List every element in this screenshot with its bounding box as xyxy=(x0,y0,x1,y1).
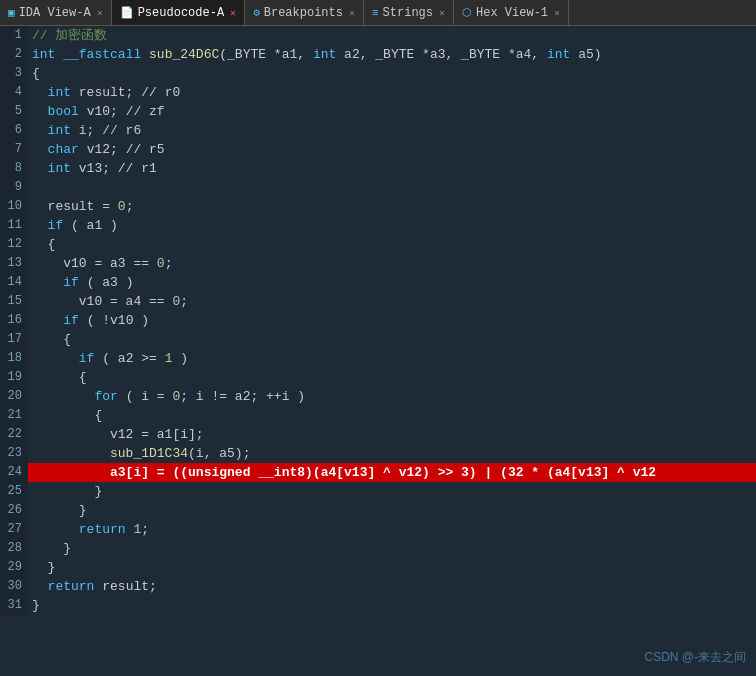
code-line-content: bool v10; // zf xyxy=(28,102,165,121)
code-row: 21 { xyxy=(0,406,756,425)
code-row: 16 if ( !v10 ) xyxy=(0,311,756,330)
code-row: 3{ xyxy=(0,64,756,83)
tab-pseudo-label: Pseudocode-A xyxy=(138,6,224,20)
code-line-content: { xyxy=(28,406,102,425)
line-number: 8 xyxy=(0,159,28,178)
code-line-content: int i; // r6 xyxy=(28,121,141,140)
code-line-content: v10 = a3 == 0; xyxy=(28,254,172,273)
code-row: 29 } xyxy=(0,558,756,577)
code-row: 30 return result; xyxy=(0,577,756,596)
tab-bar: ▣ IDA View-A ✕ 📄 Pseudocode-A ✕ ⚙ Breakp… xyxy=(0,0,756,26)
code-row: 18 if ( a2 >= 1 ) xyxy=(0,349,756,368)
tab-strings-close[interactable]: ✕ xyxy=(439,7,445,19)
line-number: 27 xyxy=(0,520,28,539)
tab-bp-label: Breakpoints xyxy=(264,6,343,20)
tab-strings[interactable]: ≡ Strings ✕ xyxy=(364,0,454,25)
code-row: 9 xyxy=(0,178,756,197)
line-number: 12 xyxy=(0,235,28,254)
code-row: 11 if ( a1 ) xyxy=(0,216,756,235)
line-number: 31 xyxy=(0,596,28,615)
line-number: 17 xyxy=(0,330,28,349)
line-number: 10 xyxy=(0,197,28,216)
line-number: 24 xyxy=(0,463,28,482)
code-line-content: int result; // r0 xyxy=(28,83,180,102)
ida-icon: ▣ xyxy=(8,6,15,19)
code-row: 23 sub_1D1C34(i, a5); xyxy=(0,444,756,463)
line-number: 23 xyxy=(0,444,28,463)
line-number: 5 xyxy=(0,102,28,121)
line-number: 22 xyxy=(0,425,28,444)
str-icon: ≡ xyxy=(372,7,379,19)
code-row: 7 char v12; // r5 xyxy=(0,140,756,159)
hex-icon: ⬡ xyxy=(462,6,472,19)
code-row: 24 a3[i] = ((unsigned __int8)(a4[v13] ^ … xyxy=(0,463,756,482)
code-row: 12 { xyxy=(0,235,756,254)
line-number: 14 xyxy=(0,273,28,292)
code-row: 10 result = 0; xyxy=(0,197,756,216)
line-number: 3 xyxy=(0,64,28,83)
code-area[interactable]: 1// 加密函数2int __fastcall sub_24D6C(_BYTE … xyxy=(0,26,756,676)
code-row: 1// 加密函数 xyxy=(0,26,756,45)
line-number: 26 xyxy=(0,501,28,520)
bp-icon: ⚙ xyxy=(253,6,260,19)
code-line-content: { xyxy=(28,235,55,254)
line-number: 28 xyxy=(0,539,28,558)
code-row: 28 } xyxy=(0,539,756,558)
code-row: 13 v10 = a3 == 0; xyxy=(0,254,756,273)
code-line-content: } xyxy=(28,482,102,501)
tab-pseudocode[interactable]: 📄 Pseudocode-A ✕ xyxy=(112,0,245,25)
code-row: 25 } xyxy=(0,482,756,501)
code-row: 22 v12 = a1[i]; xyxy=(0,425,756,444)
tab-hex[interactable]: ⬡ Hex View-1 ✕ xyxy=(454,0,569,25)
code-row: 5 bool v10; // zf xyxy=(0,102,756,121)
code-line-content: { xyxy=(28,368,87,387)
tab-ida-label: IDA View-A xyxy=(19,6,91,20)
code-line-content: if ( a1 ) xyxy=(28,216,118,235)
line-number: 11 xyxy=(0,216,28,235)
line-number: 13 xyxy=(0,254,28,273)
code-line-content: } xyxy=(28,501,87,520)
code-line-content: if ( a2 >= 1 ) xyxy=(28,349,188,368)
code-row: 14 if ( a3 ) xyxy=(0,273,756,292)
code-line-content: a3[i] = ((unsigned __int8)(a4[v13] ^ v12… xyxy=(28,463,656,482)
line-number: 19 xyxy=(0,368,28,387)
code-line-content: } xyxy=(28,558,55,577)
tab-ida-view[interactable]: ▣ IDA View-A ✕ xyxy=(0,0,112,25)
code-row: 8 int v13; // r1 xyxy=(0,159,756,178)
watermark: CSDN @-来去之间 xyxy=(644,649,746,666)
code-row: 19 { xyxy=(0,368,756,387)
tab-hex-close[interactable]: ✕ xyxy=(554,7,560,19)
code-row: 27 return 1; xyxy=(0,520,756,539)
line-number: 21 xyxy=(0,406,28,425)
code-row: 6 int i; // r6 xyxy=(0,121,756,140)
line-number: 15 xyxy=(0,292,28,311)
code-line-content: { xyxy=(28,64,40,83)
code-line-content: for ( i = 0; i != a2; ++i ) xyxy=(28,387,305,406)
code-line-content: } xyxy=(28,539,71,558)
code-row: 26 } xyxy=(0,501,756,520)
code-line-content: v10 = a4 == 0; xyxy=(28,292,188,311)
tab-ida-close[interactable]: ✕ xyxy=(97,7,103,19)
line-number: 7 xyxy=(0,140,28,159)
code-line-content: if ( a3 ) xyxy=(28,273,133,292)
line-number: 6 xyxy=(0,121,28,140)
code-line-content: { xyxy=(28,330,71,349)
code-row: 15 v10 = a4 == 0; xyxy=(0,292,756,311)
line-number: 1 xyxy=(0,26,28,45)
tab-bp-close[interactable]: ✕ xyxy=(349,7,355,19)
pseudo-icon: 📄 xyxy=(120,6,134,19)
tab-pseudo-close[interactable]: ✕ xyxy=(230,7,236,19)
code-row: 17 { xyxy=(0,330,756,349)
code-line-content: int __fastcall sub_24D6C(_BYTE *a1, int … xyxy=(28,45,602,64)
line-number: 18 xyxy=(0,349,28,368)
code-line-content: // 加密函数 xyxy=(28,26,107,45)
tab-breakpoints[interactable]: ⚙ Breakpoints ✕ xyxy=(245,0,364,25)
code-row: 4 int result; // r0 xyxy=(0,83,756,102)
tab-strings-label: Strings xyxy=(383,6,433,20)
code-line-content: return result; xyxy=(28,577,157,596)
code-line-content: } xyxy=(28,596,40,615)
code-line-content: return 1; xyxy=(28,520,149,539)
line-number: 9 xyxy=(0,178,28,197)
tab-hex-label: Hex View-1 xyxy=(476,6,548,20)
code-line-content: sub_1D1C34(i, a5); xyxy=(28,444,250,463)
